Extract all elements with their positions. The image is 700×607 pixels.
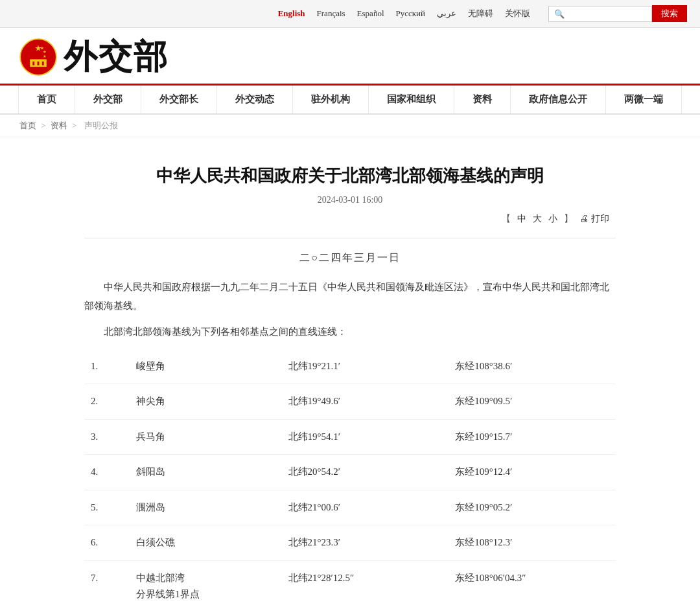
coord-lat: 北纬19°54.1′: [282, 419, 449, 455]
coord-lon: 东经109°09.5′: [449, 384, 616, 420]
date-chinese: 二○二四年三月一日: [84, 251, 616, 265]
coord-lon: 东经109°15.7′: [449, 419, 616, 455]
main-nav: 首页 外交部 外交部长 外交动态 驻外机构 国家和组织 资料 政府信息公开 两微…: [0, 86, 700, 115]
coord-name: 涠洲岛: [130, 490, 281, 525]
coord-name: 峻壁角: [130, 349, 281, 384]
lang-russian[interactable]: Русский: [396, 8, 426, 19]
site-logo-text: 外交部: [64, 34, 169, 80]
coord-num: 5.: [84, 490, 130, 525]
search-input[interactable]: [548, 6, 652, 22]
paragraph-1: 中华人民共和国政府根据一九九二年二月二十五日《中华人民共和国领海及毗连区法》，宣…: [84, 278, 616, 315]
nav-home[interactable]: 首页: [18, 86, 75, 113]
nav-social[interactable]: 两微一端: [606, 86, 682, 113]
coord-lon: 东经108°38.6′: [449, 349, 616, 384]
table-row: 5.涠洲岛北纬21°00.6′东经109°05.2′: [84, 490, 616, 525]
coord-num: 2.: [84, 384, 130, 420]
coord-lon: 东经109°12.4′: [449, 455, 616, 490]
coord-lat: 北纬19°49.6′: [282, 384, 449, 420]
nav-mfa[interactable]: 外交部: [75, 86, 141, 113]
search-button[interactable]: 搜索: [652, 5, 687, 22]
print-button[interactable]: 🖨 打印: [579, 213, 609, 225]
table-row: 4.斜阳岛北纬20°54.2′东经109°12.4′: [84, 455, 616, 490]
font-size-small[interactable]: 中: [517, 213, 526, 225]
breadcrumb-sep-1: >: [41, 120, 48, 130]
coord-lat: 北纬21°23.3′: [282, 525, 449, 561]
svg-rect-6: [42, 62, 44, 65]
coord-lat: 北纬21°00.6′: [282, 490, 449, 525]
article-title: 中华人民共和国政府关于北部湾北部领海基线的声明: [84, 163, 616, 189]
coord-lon: 东经109°05.2′: [449, 490, 616, 525]
nav-info[interactable]: 政府信息公开: [511, 86, 606, 113]
table-row: 7.中越北部湾分界线第1界点北纬21°28′12.5″东经108°06′04.3…: [84, 560, 616, 607]
lang-francais[interactable]: Français: [317, 8, 345, 19]
breadcrumb-home[interactable]: 首页: [19, 120, 36, 130]
coord-lon: 东经108°06′04.3″: [449, 560, 616, 607]
nav-resources[interactable]: 资料: [454, 86, 511, 113]
nav-diplomacy[interactable]: 外交动态: [217, 86, 293, 113]
nav-minister[interactable]: 外交部长: [141, 86, 217, 113]
main-content: 中华人民共和国政府关于北部湾北部领海基线的声明 2024-03-01 16:00…: [58, 137, 642, 607]
lang-care[interactable]: 关怀版: [505, 8, 530, 19]
font-size-large[interactable]: 小: [548, 213, 557, 225]
breadcrumb-current: 声明公报: [84, 120, 118, 130]
search-area: 搜索: [548, 5, 687, 22]
coordinates-table: 1.峻壁角北纬19°21.1′东经108°38.6′2.神尖角北纬19°49.6…: [84, 349, 616, 608]
nav-countries[interactable]: 国家和组织: [369, 86, 454, 113]
coord-num: 6.: [84, 525, 130, 561]
lang-arabic[interactable]: عربي: [437, 8, 456, 19]
table-row: 3.兵马角北纬19°54.1′东经109°15.7′: [84, 419, 616, 455]
table-row: 2.神尖角北纬19°49.6′东经109°09.5′: [84, 384, 616, 420]
svg-rect-3: [30, 59, 47, 60]
content-divider: [84, 238, 616, 238]
svg-rect-4: [32, 62, 34, 65]
font-controls: 【 中 大 小 】 🖨 打印: [84, 213, 616, 225]
national-emblem: [19, 38, 57, 76]
lang-espanol[interactable]: Español: [357, 8, 384, 19]
nav-missions[interactable]: 驻外机构: [293, 86, 369, 113]
table-row: 1.峻壁角北纬19°21.1′东经108°38.6′: [84, 349, 616, 384]
breadcrumb-resources[interactable]: 资料: [51, 120, 67, 130]
svg-rect-5: [38, 62, 40, 65]
coord-num: 7.: [84, 560, 130, 607]
article-body: 二○二四年三月一日 中华人民共和国政府根据一九九二年二月二十五日《中华人民共和国…: [84, 251, 616, 607]
top-language-bar: English Français Español Русский عربي 无障…: [0, 0, 700, 28]
lang-english[interactable]: English: [278, 8, 305, 19]
print-label: 打印: [591, 213, 609, 225]
breadcrumb: 首页 > 资料 > 声明公报: [0, 115, 700, 137]
coord-name: 白须公礁: [130, 525, 281, 561]
coord-num: 4.: [84, 455, 130, 490]
coord-lat: 北纬21°28′12.5″: [282, 560, 449, 607]
paragraph-2: 北部湾北部领海基线为下列各相邻基点之间的直线连线：: [84, 323, 616, 341]
coord-name: 神尖角: [130, 384, 281, 420]
coord-name: 中越北部湾分界线第1界点: [130, 560, 281, 607]
coord-num: 3.: [84, 419, 130, 455]
article-date: 2024-03-01 16:00: [84, 195, 616, 205]
coord-lat: 北纬20°54.2′: [282, 455, 449, 490]
font-bracket-close: 】: [564, 213, 573, 225]
coord-name: 斜阳岛: [130, 455, 281, 490]
coord-lat: 北纬19°21.1′: [282, 349, 449, 384]
coord-name: 兵马角: [130, 419, 281, 455]
lang-accessible[interactable]: 无障碍: [468, 8, 493, 19]
site-header: 外交部: [0, 28, 700, 86]
coord-num: 1.: [84, 349, 130, 384]
font-size-medium[interactable]: 大: [533, 213, 542, 225]
breadcrumb-sep-2: >: [72, 120, 79, 130]
coord-lon: 东经108°12.3′: [449, 525, 616, 561]
font-bracket-open: 【: [502, 213, 511, 225]
print-icon: 🖨: [579, 214, 589, 224]
table-row: 6.白须公礁北纬21°23.3′东经108°12.3′: [84, 525, 616, 561]
